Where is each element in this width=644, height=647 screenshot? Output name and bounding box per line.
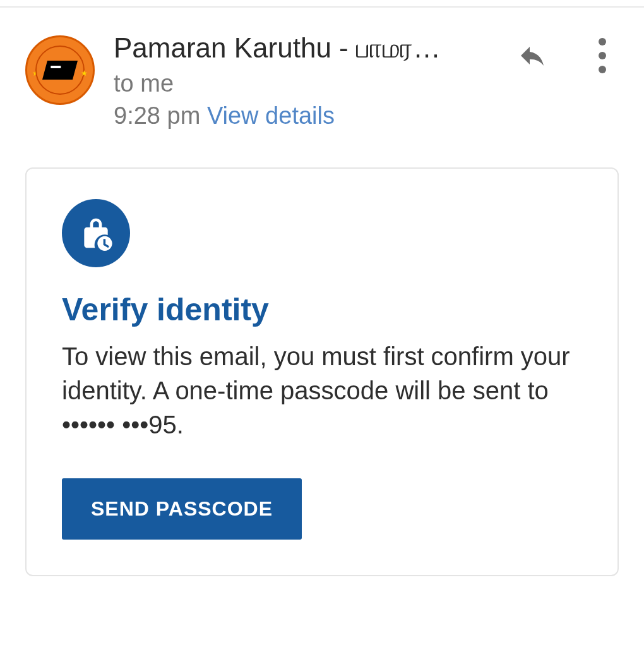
lock-clock-icon [78,215,114,251]
send-passcode-button[interactable]: SEND PASSCODE [62,478,302,540]
avatar-decoration: ★ [81,69,88,78]
reply-icon[interactable] [513,40,551,71]
email-header: ★ ★ Pamaran Karuthu - பாமர… to me 9:28 p… [0,8,644,130]
more-icon[interactable] [586,35,619,76]
avatar-graphic [42,61,78,80]
avatar-inner [35,45,85,95]
verify-icon-wrap [62,199,130,267]
sender-info: Pamaran Karuthu - பாமர… to me 9:28 pm Vi… [114,32,501,130]
sender-name[interactable]: Pamaran Karuthu - பாமர… [114,32,501,65]
recipient-line[interactable]: to me [114,70,501,97]
verify-card: Verify identity To view this email, you … [25,167,619,576]
card-title: Verify identity [62,291,582,328]
time-row: 9:28 pm View details [114,102,501,130]
header-actions [513,35,619,76]
email-time: 9:28 pm [114,102,200,129]
card-body: To view this email, you must first confi… [62,339,582,442]
sender-avatar[interactable]: ★ ★ [25,35,95,105]
view-details-link[interactable]: View details [207,102,335,129]
